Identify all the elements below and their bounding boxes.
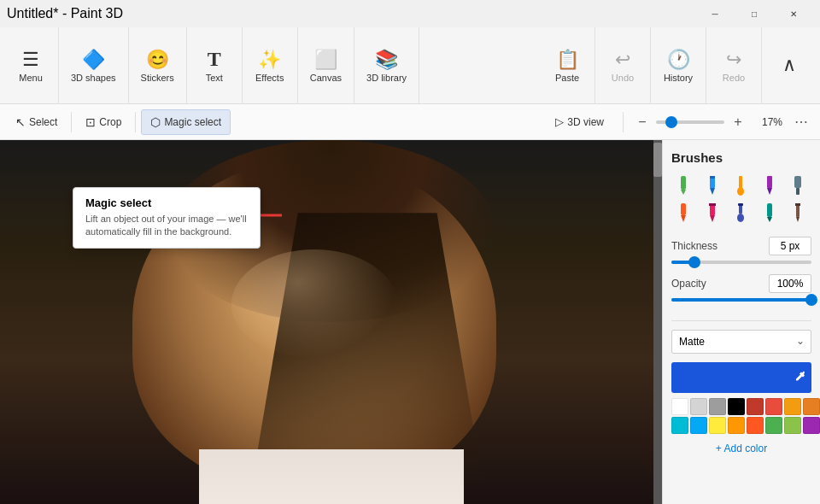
3dshapes-button[interactable]: 🔷 3D shapes	[66, 45, 121, 86]
history-icon: 🕐	[667, 49, 690, 71]
effects-label: Effects	[255, 73, 284, 83]
svg-rect-5	[710, 176, 715, 179]
3dshapes-label: 3D shapes	[71, 73, 116, 83]
ribbon-history-group: 🕐 History	[651, 27, 706, 103]
svg-rect-20	[767, 203, 772, 217]
color-dark-red[interactable]	[747, 398, 764, 415]
color-dark-orange[interactable]	[784, 398, 801, 415]
brush-item-8[interactable]	[729, 201, 753, 225]
panel-divider	[671, 320, 811, 321]
add-color-button[interactable]: + Add color	[671, 439, 811, 458]
brush-item-1[interactable]	[671, 173, 695, 197]
color-white[interactable]	[671, 398, 688, 415]
magic-select-tool-button[interactable]: ⬡ Magic select	[141, 109, 231, 135]
canvas-area[interactable]: Magic select Lift an object out of your …	[0, 140, 662, 504]
svg-rect-8	[767, 176, 772, 188]
brush-item-7[interactable]	[700, 201, 724, 225]
canvas-button[interactable]: ⬜ Canvas	[305, 45, 347, 86]
color-cyan[interactable]	[671, 417, 688, 434]
brush-item-9[interactable]	[758, 201, 782, 225]
brush-item-2[interactable]	[700, 173, 724, 197]
color-red[interactable]	[765, 398, 782, 415]
magic-select-icon: ⬡	[150, 115, 161, 129]
vertical-scrollbar[interactable]	[653, 140, 662, 504]
toolbar: ↖ Select ⊡ Crop ⬡ Magic select ▷ 3D view…	[0, 104, 820, 140]
3dview-icon: ▷	[555, 115, 564, 128]
more-options-button[interactable]: ⋯	[789, 110, 813, 134]
svg-marker-9	[767, 188, 772, 195]
text-icon: T	[208, 48, 221, 71]
text-button[interactable]: T Text	[194, 44, 235, 86]
maximize-button[interactable]: □	[735, 0, 774, 27]
brush-item-3[interactable]	[729, 173, 753, 197]
color-amber[interactable]	[728, 417, 745, 434]
brush-item-6[interactable]	[671, 201, 695, 225]
color-light-blue[interactable]	[690, 417, 707, 434]
brush-item-4[interactable]	[758, 173, 782, 197]
color-swatch-large[interactable]	[671, 362, 811, 393]
zoom-controls: − + 17%	[634, 114, 782, 131]
tool-divider-1	[71, 112, 72, 132]
ribbon-3dshapes-group: 🔷 3D shapes	[59, 27, 129, 103]
zoom-out-button[interactable]: −	[634, 114, 651, 131]
opacity-slider-thumb[interactable]	[805, 294, 817, 306]
stickers-icon: 😊	[146, 49, 169, 71]
ribbon-collapse-group: ∧	[762, 27, 817, 103]
color-green[interactable]	[765, 417, 782, 434]
thickness-label: Thickness	[671, 240, 718, 252]
svg-rect-16	[709, 203, 716, 206]
svg-rect-1	[681, 176, 686, 190]
thickness-slider-thumb[interactable]	[688, 256, 700, 268]
collapse-ribbon-button[interactable]: ∧	[769, 50, 810, 81]
color-orange[interactable]	[803, 398, 820, 415]
svg-marker-21	[767, 217, 772, 222]
scrollbar-thumb[interactable]	[653, 143, 662, 177]
matte-select-wrapper: Matte Glossy Flat ⌄	[671, 330, 811, 354]
menu-label: Menu	[19, 73, 43, 83]
paste-button[interactable]: 📋 Paste	[547, 45, 588, 86]
color-gray[interactable]	[709, 398, 726, 415]
ribbon-canvas-group: ⬜ Canvas	[298, 27, 354, 103]
opacity-input[interactable]	[769, 274, 811, 293]
3dlibrary-icon: 📚	[375, 49, 398, 71]
brush-item-5[interactable]	[786, 173, 810, 197]
opacity-label: Opacity	[671, 278, 706, 290]
ribbon-effects-group: ✨ Effects	[243, 27, 298, 103]
color-light-green[interactable]	[784, 417, 801, 434]
color-yellow[interactable]	[709, 417, 726, 434]
ribbon-text-group: T Text	[187, 27, 243, 103]
thickness-input[interactable]	[769, 237, 811, 255]
zoom-slider[interactable]	[656, 120, 724, 124]
color-black[interactable]	[728, 398, 745, 415]
zoom-in-button[interactable]: +	[729, 114, 747, 131]
titlebar: Untitled* - Paint 3D ─ □ ✕	[0, 0, 820, 27]
undo-button[interactable]: ↩ Undo	[602, 45, 643, 86]
history-button[interactable]: 🕐 History	[658, 45, 699, 86]
shirt	[199, 449, 464, 504]
effects-icon: ✨	[258, 49, 281, 71]
select-tool-button[interactable]: ↖ Select	[7, 109, 66, 135]
close-button[interactable]: ✕	[774, 0, 813, 27]
matte-select[interactable]: Matte Glossy Flat	[671, 330, 811, 354]
effects-button[interactable]: ✨ Effects	[249, 45, 290, 86]
color-purple[interactable]	[803, 417, 820, 434]
canvas-label: Canvas	[310, 73, 342, 83]
zoom-label: 17%	[752, 116, 782, 128]
3dview-button[interactable]: ▷ 3D view	[547, 109, 612, 135]
opacity-slider-track[interactable]	[671, 298, 811, 302]
crop-label: Crop	[99, 116, 121, 128]
brush-item-10[interactable]	[786, 201, 810, 225]
3dlibrary-button[interactable]: 📚 3D library	[361, 45, 412, 86]
history-label: History	[664, 73, 693, 83]
eyedropper-button[interactable]	[794, 371, 806, 385]
minimize-button[interactable]: ─	[695, 0, 735, 27]
magic-select-label: Magic select	[164, 116, 221, 128]
stickers-button[interactable]: 😊 Stickers	[136, 45, 179, 86]
color-light-gray[interactable]	[690, 398, 707, 415]
redo-button[interactable]: ↪ Redo	[713, 45, 754, 86]
color-deep-orange[interactable]	[747, 417, 764, 434]
crop-tool-button[interactable]: ⊡ Crop	[77, 109, 130, 135]
thickness-slider-track[interactable]	[671, 261, 811, 264]
tool-divider-2	[135, 112, 136, 132]
menu-button[interactable]: ☰ Menu	[10, 45, 51, 86]
